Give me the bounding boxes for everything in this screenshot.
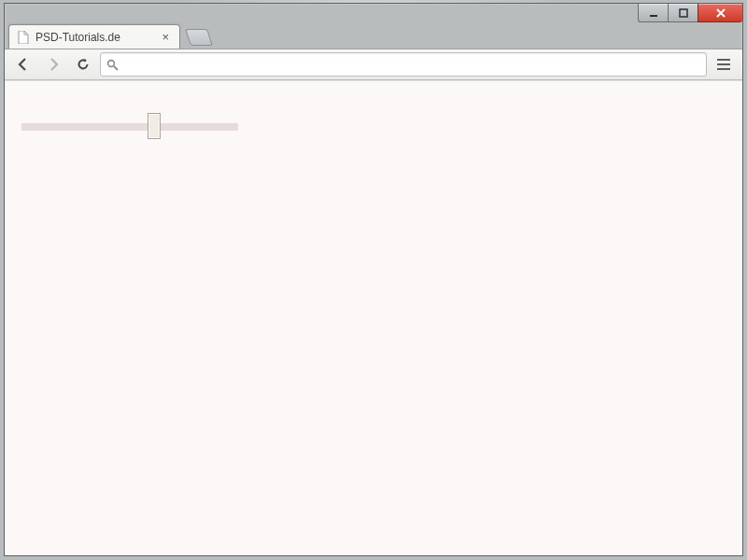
svg-rect-1 bbox=[680, 9, 687, 17]
window-titlebar bbox=[5, 4, 742, 24]
browser-window: PSD-Tutorials.de × bbox=[4, 3, 743, 556]
menu-button[interactable] bbox=[711, 52, 737, 77]
svg-point-2 bbox=[108, 60, 115, 66]
hamburger-icon bbox=[717, 63, 730, 65]
window-close-button[interactable] bbox=[698, 4, 742, 22]
file-icon bbox=[17, 31, 30, 44]
window-maximize-button[interactable] bbox=[668, 4, 698, 22]
svg-rect-0 bbox=[650, 15, 657, 17]
reload-button[interactable] bbox=[70, 52, 96, 77]
reload-icon bbox=[76, 57, 91, 72]
back-button[interactable] bbox=[10, 52, 36, 77]
close-icon bbox=[715, 8, 726, 18]
tab-close-button[interactable]: × bbox=[159, 31, 172, 43]
maximize-icon bbox=[679, 8, 688, 18]
new-tab-button[interactable] bbox=[185, 29, 213, 46]
back-icon bbox=[16, 57, 31, 72]
browser-toolbar bbox=[5, 49, 742, 80]
tab-title: PSD-Tutorials.de bbox=[35, 31, 159, 44]
address-bar[interactable] bbox=[100, 52, 707, 77]
window-minimize-button[interactable] bbox=[638, 4, 668, 22]
minimize-icon bbox=[649, 8, 658, 18]
slider-thumb[interactable] bbox=[148, 113, 161, 139]
url-input[interactable] bbox=[124, 58, 700, 72]
search-icon bbox=[106, 59, 119, 71]
page-content bbox=[5, 80, 742, 555]
svg-line-3 bbox=[114, 66, 118, 70]
slider-track bbox=[21, 123, 238, 131]
tab-strip: PSD-Tutorials.de × bbox=[5, 24, 742, 49]
range-slider[interactable] bbox=[21, 113, 238, 141]
browser-tab[interactable]: PSD-Tutorials.de × bbox=[8, 24, 180, 49]
forward-button[interactable] bbox=[40, 52, 66, 77]
forward-icon bbox=[46, 57, 61, 72]
